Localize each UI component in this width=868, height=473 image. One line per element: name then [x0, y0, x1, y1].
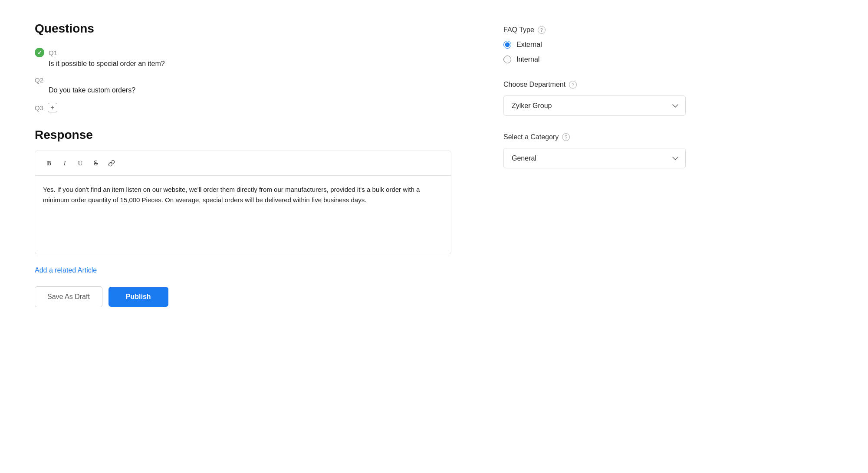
category-group: Select a Category ? General Support: [503, 133, 686, 168]
department-group: Choose Department ? Zylker Group Other: [503, 81, 686, 116]
link-button[interactable]: [105, 156, 118, 170]
check-icon: [35, 48, 44, 57]
save-draft-button[interactable]: Save As Draft: [35, 286, 102, 307]
faq-type-group: FAQ Type ? External Internal: [503, 26, 686, 63]
response-title: Response: [35, 128, 451, 142]
faq-type-radio-group: External Internal: [503, 41, 686, 63]
radio-external-label: External: [516, 41, 542, 49]
faq-type-help-icon[interactable]: ?: [538, 26, 546, 34]
action-buttons: Save As Draft Publish: [35, 286, 451, 307]
right-panel: FAQ Type ? External Internal Choose Depa…: [503, 22, 686, 307]
question-list: Q1 Is it possible to special order an it…: [35, 48, 451, 112]
left-panel: Questions Q1 Is it possible to special o…: [35, 22, 451, 307]
radio-external[interactable]: External: [503, 41, 686, 49]
question-label-q3: Q3: [35, 104, 43, 112]
list-item: Q1 Is it possible to special order an it…: [35, 48, 451, 68]
radio-external-input[interactable]: [503, 41, 511, 49]
question-text-q1: Is it possible to special order an item?: [35, 60, 451, 68]
department-select[interactable]: Zylker Group Other: [503, 95, 686, 116]
underline-button[interactable]: U: [73, 156, 87, 170]
category-select[interactable]: General Support: [503, 148, 686, 168]
response-editor: B I U S̶ Yes. If you don't find an item …: [35, 151, 451, 254]
category-label: Select a Category ?: [503, 133, 686, 141]
response-section: Response B I U S̶ Yes. If you don't find…: [35, 128, 451, 307]
question-header: Q1: [35, 48, 451, 57]
category-help-icon[interactable]: ?: [562, 133, 570, 141]
italic-button[interactable]: I: [58, 156, 72, 170]
publish-button[interactable]: Publish: [108, 287, 168, 307]
list-item: Q3 +: [35, 103, 451, 112]
question-header: Q3 +: [35, 103, 451, 112]
faq-type-label: FAQ Type ?: [503, 26, 686, 34]
radio-internal[interactable]: Internal: [503, 56, 686, 63]
main-layout: Questions Q1 Is it possible to special o…: [35, 22, 833, 307]
add-question-button[interactable]: +: [48, 103, 57, 112]
department-label: Choose Department ?: [503, 81, 686, 89]
radio-internal-label: Internal: [516, 56, 539, 63]
add-related-article-link[interactable]: Add a related Article: [35, 266, 451, 274]
questions-title: Questions: [35, 22, 451, 36]
radio-internal-input[interactable]: [503, 56, 511, 63]
department-help-icon[interactable]: ?: [569, 81, 577, 89]
strikethrough-button[interactable]: S̶: [89, 156, 103, 170]
bold-button[interactable]: B: [42, 156, 56, 170]
list-item: Q2 Do you take custom orders?: [35, 76, 451, 94]
response-content[interactable]: Yes. If you don't find an item listen on…: [35, 176, 451, 254]
question-label-q2: Q2: [35, 76, 43, 84]
question-label-q1: Q1: [49, 49, 57, 56]
question-header: Q2: [35, 76, 451, 84]
editor-toolbar: B I U S̶: [35, 151, 451, 176]
question-text-q2: Do you take custom orders?: [35, 86, 451, 94]
